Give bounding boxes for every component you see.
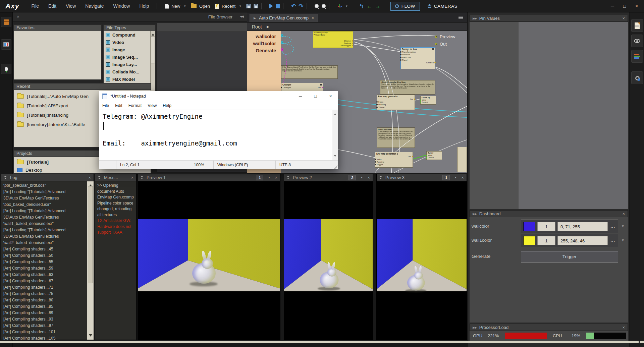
menu-item[interactable]: Help: [135, 0, 154, 12]
node-row[interactable]: Running: [375, 161, 413, 163]
panel-menu-icon[interactable]: [379, 176, 382, 179]
file-type-row[interactable]: FBX Model: [104, 75, 155, 83]
channel-count[interactable]: 1: [442, 175, 450, 180]
tab-close-icon[interactable]: ×: [312, 16, 314, 20]
panels-button[interactable]: [1, 39, 11, 50]
node-row[interactable]: Out: [377, 98, 415, 101]
node-row[interactable]: Context: [427, 157, 442, 159]
expand-icon[interactable]: ▶▶: [473, 17, 477, 20]
menu-item[interactable]: Navigate: [80, 0, 108, 12]
chevron-down-icon[interactable]: ▼: [621, 238, 625, 242]
node-row[interactable]: wallcolor: [401, 53, 435, 56]
minimize-button[interactable]: ─: [606, 0, 619, 12]
count-field[interactable]: 1: [537, 236, 555, 245]
messages-list[interactable]: >> Opening document Auto EnvMap Gen.xcom…: [95, 181, 136, 340]
navigate-back-icon[interactable]: ←: [367, 3, 372, 9]
chevron-down-icon[interactable]: ▼: [621, 224, 625, 228]
scrollbar-thumb[interactable]: [151, 37, 155, 63]
play-icon[interactable]: [269, 4, 273, 8]
node-row[interactable]: Context: [421, 101, 436, 104]
pin-icon[interactable]: [376, 107, 378, 108]
settings-tool-button[interactable]: [631, 71, 643, 84]
channel-count[interactable]: 1: [256, 175, 263, 180]
scroll-down-icon[interactable]: [334, 155, 336, 158]
node-guard-band[interactable]: Visibility Group Guard Band Children Bin…: [313, 31, 353, 48]
menu-item[interactable]: File: [27, 0, 44, 12]
pin-icon[interactable]: [375, 161, 376, 163]
color-swatch[interactable]: [523, 236, 535, 245]
file-type-row[interactable]: Video: [104, 39, 155, 46]
close-icon[interactable]: ×: [622, 325, 625, 330]
pin-icon[interactable]: [376, 101, 378, 103]
preview-1-header[interactable]: Preview 1 1 ▼ ×: [138, 174, 280, 181]
preview-3-header[interactable]: Preview 3 1 ▼ ×: [377, 174, 467, 181]
navigate-up-icon[interactable]: ↰: [359, 3, 364, 9]
scroll-up-icon[interactable]: [152, 32, 154, 36]
notepad-text-area[interactable]: Telegram: @AximmetryEngine Email: aximme…: [99, 110, 338, 160]
trigger-button[interactable]: Trigger: [521, 251, 618, 263]
node-row[interactable]: Trigger: [375, 163, 413, 166]
node-changer[interactable]: Changer ChangedOut: [281, 83, 323, 91]
scroll-up-icon[interactable]: [334, 112, 336, 115]
notepad-menu-item[interactable]: Format: [125, 103, 145, 108]
flow-tab[interactable]: ▶ Auto EnvMap Gen.xcomp ×: [250, 14, 318, 22]
pin-icon[interactable]: [352, 40, 353, 42]
navigate-forward-icon[interactable]: →: [375, 3, 381, 9]
audio-button[interactable]: [1, 64, 11, 74]
tab-menu-icon[interactable]: [459, 16, 463, 20]
node-pin-row[interactable]: Affecting gro: [340, 45, 352, 47]
node-row[interactable]: Children: [401, 61, 435, 64]
axis-3d-icon[interactable]: [337, 4, 342, 9]
node-clipped[interactable]: [457, 147, 467, 172]
pin-icon[interactable]: [400, 59, 401, 61]
undo-icon[interactable]: ↶: [291, 3, 296, 9]
checkbox-icon[interactable]: [106, 48, 110, 52]
notepad-scrollbar[interactable]: [332, 110, 338, 160]
notepad-menu-item[interactable]: Help: [160, 103, 174, 108]
channel-count[interactable]: 2: [348, 175, 356, 180]
dashboard-header[interactable]: ▶▶ Dashboard ×: [470, 210, 628, 217]
file-type-row[interactable]: Image Seq...: [104, 53, 155, 61]
preview-2-header[interactable]: Preview 2 2 ▼ ×: [284, 174, 373, 181]
panel-menu-icon[interactable]: [4, 176, 7, 179]
close-button[interactable]: ×: [631, 0, 643, 12]
pin-icon[interactable]: [434, 62, 436, 63]
log-header[interactable]: Log ×: [1, 174, 94, 181]
log-scrollbar[interactable]: [87, 181, 94, 340]
pin-icon[interactable]: [376, 104, 378, 105]
maximize-button[interactable]: □: [619, 0, 631, 12]
menu-item[interactable]: Window: [109, 0, 135, 12]
node-global-specular[interactable]: Global Sp VideoContext: [420, 96, 436, 105]
close-icon[interactable]: ×: [622, 16, 625, 21]
more-button[interactable]: ...: [610, 224, 616, 229]
close-icon[interactable]: ×: [275, 175, 277, 180]
close-button[interactable]: ×: [323, 91, 338, 101]
pin-icon[interactable]: [281, 87, 282, 88]
node-row[interactable]: Trigger: [377, 106, 415, 109]
preview-2-viewport[interactable]: [284, 181, 373, 340]
scrollbar-thumb[interactable]: [88, 186, 93, 283]
zoom-in-icon[interactable]: [322, 4, 326, 8]
flow-mode-button[interactable]: FLOW: [390, 2, 420, 11]
pin-icon[interactable]: [375, 159, 376, 160]
document-tool-button[interactable]: [631, 19, 643, 32]
checkbox-icon[interactable]: [106, 33, 110, 37]
favorites-header[interactable]: Favorites: [13, 24, 102, 31]
node-env-map-generator-2[interactable]: Env map generator 2 Out IndexRunningTrig…: [375, 152, 413, 168]
rgb-value-field[interactable]: 255, 248, 46: [557, 236, 608, 245]
count-field[interactable]: 1: [537, 222, 555, 231]
pin-icon[interactable]: [400, 57, 401, 58]
chevron-down-icon[interactable]: ▼: [359, 176, 364, 179]
preview-1-viewport[interactable]: [138, 181, 280, 340]
watch-tool-button[interactable]: [631, 35, 643, 47]
chevron-down-icon[interactable]: ▼: [266, 176, 272, 179]
assets-button[interactable]: [1, 17, 11, 27]
checkbox-icon[interactable]: [106, 77, 110, 81]
rgb-value-field[interactable]: 0, 71, 255: [557, 222, 608, 231]
more-button[interactable]: ...: [610, 238, 616, 243]
panel-menu-icon[interactable]: [141, 176, 144, 179]
chevron-down-icon[interactable]: ▼: [183, 5, 186, 8]
close-icon[interactable]: ×: [131, 175, 133, 180]
node-row[interactable]: Index: [375, 158, 413, 161]
checkbox-icon[interactable]: [106, 62, 110, 67]
